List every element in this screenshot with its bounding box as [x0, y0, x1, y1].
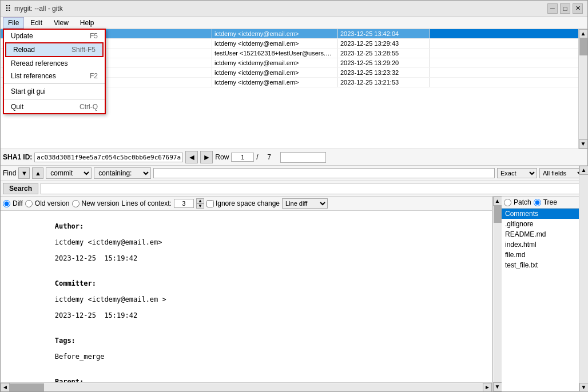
diff-scroll-track[interactable]: [494, 206, 502, 382]
scroll-track[interactable]: [579, 38, 587, 139]
commit-author-cell: ictdemy <ictdemy@email.em>: [212, 68, 338, 77]
find-text-input[interactable]: [153, 168, 495, 178]
ignore-space-checkbox[interactable]: [206, 200, 214, 207]
hscroll-right-arrow[interactable]: ►: [483, 383, 492, 392]
find-label: Find: [3, 169, 16, 177]
diff-options-bar: Diff Old version New version Lines of co…: [1, 197, 492, 211]
exact-select[interactable]: Exact: [497, 168, 537, 178]
tree-vscrollbar[interactable]: ▲ ▼: [579, 197, 587, 391]
commit-author-cell: ictdemy <ictdemy@email.em>: [212, 78, 338, 87]
help-menu-item[interactable]: Help: [75, 17, 100, 29]
spin-down[interactable]: ▼: [196, 203, 204, 209]
view-menu-item[interactable]: View: [49, 17, 74, 29]
commit-date-cell: 2023-12-25 13:29:43: [338, 39, 430, 48]
edit-menu-item[interactable]: Edit: [25, 17, 47, 29]
reread-references-menu-item[interactable]: Reread references: [4, 57, 105, 70]
old-version-radio[interactable]: [25, 200, 33, 207]
search-button[interactable]: Search: [3, 183, 38, 194]
window-title: mygit: --all - gitk: [14, 5, 63, 13]
sort-up-button[interactable]: ▲: [32, 167, 43, 179]
patch-label: Patch: [514, 198, 531, 206]
file-menu-item[interactable]: File: [3, 17, 24, 29]
menubar: File Update F5 Reload Shift-F5 Reread re…: [1, 17, 587, 29]
old-version-radio-group[interactable]: Old version: [25, 199, 70, 207]
scroll-thumb[interactable]: [579, 38, 587, 55]
next-commit-button[interactable]: ►: [200, 151, 213, 163]
menu-divider: [4, 83, 105, 84]
tags-label: Tags:: [55, 337, 76, 345]
scroll-down-arrow[interactable]: ▼: [579, 139, 588, 149]
file-dropdown: Update F5 Reload Shift-F5 Reread referen…: [3, 29, 106, 114]
diff-hscrollbar[interactable]: ◄ ►: [1, 382, 492, 391]
sort-down-button[interactable]: ▼: [18, 167, 30, 179]
maximize-button[interactable]: □: [560, 3, 570, 14]
diff-scroll-thumb[interactable]: [494, 206, 502, 223]
start-gitgui-menu-item[interactable]: Start git gui: [4, 85, 105, 98]
author-value: ictdemy <ictdemy@email.em>: [55, 238, 162, 246]
tree-radio[interactable]: [534, 199, 541, 206]
find-containing-select[interactable]: containing:: [94, 167, 151, 179]
find-type-select[interactable]: commit: [46, 167, 92, 179]
hscroll-thumb[interactable]: [10, 383, 44, 391]
title-bar: ⠿ mygit: --all - gitk ─ □ ✕: [1, 1, 587, 17]
commit-author-cell: ictdemy <ictdemy@email.em>: [212, 29, 338, 38]
sha1-label: SHA1 ID:: [3, 153, 32, 161]
linediff-select[interactable]: Line diff: [282, 198, 328, 209]
commit-date-cell: 2023-12-25 13:29:20: [338, 58, 430, 67]
row-separator: /: [256, 153, 258, 161]
update-menu-item[interactable]: Update F5: [4, 30, 105, 42]
commit-author-cell: ictdemy <ictdemy@email.em>: [212, 39, 338, 48]
tags-line: Tags: Before_merge: [5, 329, 487, 369]
file-item[interactable]: README.md: [502, 229, 587, 239]
lines-of-context-label: Lines of context:: [122, 199, 172, 207]
hscroll-track[interactable]: [10, 383, 483, 391]
file-tree-list: Comments .gitignore README.md index.html…: [502, 209, 587, 391]
list-references-menu-item[interactable]: List references F2: [4, 70, 105, 82]
sha1-input[interactable]: [34, 153, 183, 162]
file-item[interactable]: .gitignore: [502, 219, 587, 229]
file-item[interactable]: index.html: [502, 239, 587, 250]
old-version-label: Old version: [35, 199, 70, 207]
commit-date-cell: 2023-12-25 13:21:53: [338, 78, 430, 87]
quit-menu-item[interactable]: Quit Ctrl-Q: [4, 101, 105, 113]
commit-list-vscrollbar[interactable]: ▲ ▼: [578, 29, 587, 149]
diff-scroll-up[interactable]: ▲: [493, 197, 502, 206]
search-row: Search: [1, 181, 587, 197]
prev-commit-button[interactable]: ◄: [185, 151, 198, 163]
tree-options-bar: Patch Tree: [502, 197, 587, 209]
new-version-radio-group[interactable]: New version: [72, 199, 120, 207]
diff-radio[interactable]: [3, 200, 10, 207]
minimize-button[interactable]: ─: [547, 3, 558, 14]
new-version-radio[interactable]: [72, 200, 80, 207]
search-input[interactable]: [41, 183, 585, 194]
row-end-input[interactable]: [280, 152, 326, 163]
context-input[interactable]: [174, 199, 194, 208]
file-item[interactable]: test_file.txt: [502, 260, 587, 270]
ignore-space-label[interactable]: Ignore space change: [206, 199, 280, 207]
file-item[interactable]: Comments: [502, 209, 587, 219]
context-spinner[interactable]: ▲ ▼: [196, 198, 204, 209]
find-row: Find ▼ ▲ commit containing: Exact All fi…: [1, 166, 587, 181]
patch-radio[interactable]: [504, 199, 511, 206]
tree-scroll-down[interactable]: ▼: [579, 383, 588, 391]
tree-scroll-track[interactable]: [580, 197, 588, 383]
ignore-space-text: Ignore space change: [216, 199, 280, 207]
tree-radio-group[interactable]: Tree: [534, 198, 557, 206]
row-current-input[interactable]: [231, 153, 254, 162]
committer-date: 2023-12-25 15:19:42: [55, 311, 138, 319]
new-version-label: New version: [82, 199, 120, 207]
scroll-up-arrow[interactable]: ▲: [579, 29, 588, 38]
diff-vscrollbar[interactable]: ▲ ▼: [492, 197, 502, 391]
fields-select[interactable]: All fields: [539, 168, 585, 178]
author-date: 2023-12-25 15:19:42: [55, 254, 138, 262]
bottom-area: Diff Old version New version Lines of co…: [1, 197, 587, 391]
hscroll-left-arrow[interactable]: ◄: [1, 383, 10, 392]
patch-radio-group[interactable]: Patch: [504, 198, 531, 206]
commit-author-cell: testUser <152162318+testUser@users.norep…: [212, 49, 338, 58]
reload-menu-item[interactable]: Reload Shift-F5: [5, 42, 104, 57]
spin-up[interactable]: ▲: [196, 198, 204, 203]
close-button[interactable]: ✕: [573, 3, 583, 14]
diff-scroll-down[interactable]: ▼: [493, 382, 502, 391]
file-item[interactable]: file.md: [502, 250, 587, 260]
diff-radio-group[interactable]: Diff: [3, 199, 23, 207]
